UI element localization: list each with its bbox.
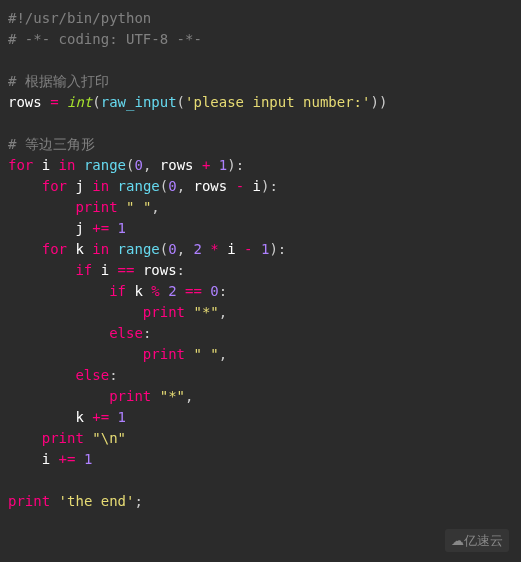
code-block: #!/usr/bin/python # -*- coding: UTF-8 -*… <box>8 8 513 512</box>
comment-input: # 根据输入打印 <box>8 73 109 89</box>
for-k: for k in range(0, 2 * i - 1): <box>8 241 286 257</box>
assign-rows: rows = int(raw_input('please input numbe… <box>8 94 387 110</box>
print-newline: print "\n" <box>8 430 126 446</box>
outer-else: else: <box>8 367 118 383</box>
inner-else: else: <box>8 325 151 341</box>
j-inc: j += 1 <box>8 220 126 236</box>
comment-triangle: # 等边三角形 <box>8 136 95 152</box>
if-rows: if i == rows: <box>8 262 185 278</box>
watermark: ☁亿速云 <box>445 529 509 553</box>
if-mod: if k % 2 == 0: <box>8 283 227 299</box>
print-star-2: print "*", <box>8 388 193 404</box>
shebang-line: #!/usr/bin/python <box>8 10 151 26</box>
print-space: print " ", <box>8 199 160 215</box>
i-inc: i += 1 <box>8 451 92 467</box>
for-j: for j in range(0, rows - i): <box>8 178 278 194</box>
cloud-icon: ☁ <box>451 533 464 548</box>
print-star-1: print "*", <box>8 304 227 320</box>
print-end: print 'the end'; <box>8 493 143 509</box>
coding-line: # -*- coding: UTF-8 -*- <box>8 31 202 47</box>
print-space-2: print " ", <box>8 346 227 362</box>
k-inc: k += 1 <box>8 409 126 425</box>
for-i: for i in range(0, rows + 1): <box>8 157 244 173</box>
